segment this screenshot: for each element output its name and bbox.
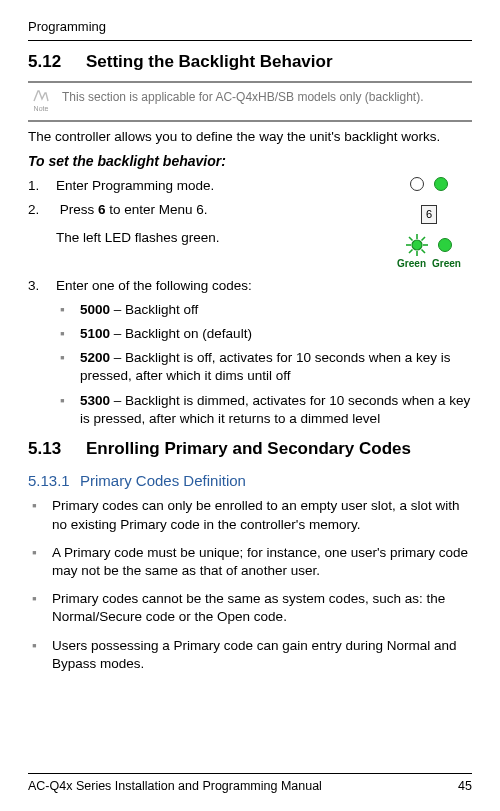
- section-513-text: Enrolling Primary and Secondary Codes: [86, 439, 411, 458]
- intro-paragraph: The controller allows you to define the …: [28, 128, 472, 146]
- list-item: ▪ Primary codes cannot be the same as sy…: [32, 590, 472, 626]
- bullet-text: Primary codes can only be enrolled to an…: [52, 497, 472, 533]
- svg-line-4: [409, 237, 413, 241]
- note-block: Note This section is applicable for AC-Q…: [28, 87, 472, 115]
- bullet-text: A Primary code must be unique; for insta…: [52, 544, 472, 580]
- code-desc: – Backlight on (default): [110, 326, 252, 341]
- list-item: ▪ 5300 – Backlight is dimmed, activates …: [60, 392, 472, 428]
- note-icon-label: Note: [28, 104, 54, 113]
- note-rule-bottom: [28, 120, 472, 122]
- footer-page-number: 45: [458, 778, 472, 795]
- bullet-icon: ▪: [32, 637, 42, 673]
- step-2-led-note: The left LED flashes green.: [56, 229, 376, 247]
- code-desc: – Backlight off: [110, 302, 198, 317]
- section-512-text: Setting the Backlight Behavior: [86, 52, 333, 71]
- header-divider: [28, 40, 472, 41]
- svg-line-5: [422, 250, 426, 254]
- code-desc: – Backlight is dimmed, activates for 10 …: [80, 393, 470, 426]
- led-flashing-green-icon: [406, 234, 428, 256]
- page-header-label: Programming: [28, 18, 472, 36]
- code-value: 5200: [80, 350, 110, 365]
- bullet-text: Primary codes cannot be the same as syst…: [52, 590, 472, 626]
- list-item: ▪ 5100 – Backlight on (default): [60, 325, 472, 343]
- led-green-steady-icon: [438, 238, 452, 252]
- section-5131-num: 5.13.1: [28, 471, 80, 491]
- section-513-num: 5.13: [28, 438, 86, 461]
- bullet-icon: ▪: [60, 325, 70, 343]
- code-value: 5100: [80, 326, 110, 341]
- list-item: ▪ Users possessing a Primary code can ga…: [32, 637, 472, 673]
- step-3-num: 3.: [28, 277, 46, 295]
- step-3-text: Enter one of the following codes:: [56, 277, 472, 295]
- led-left-label: Green: [397, 257, 426, 271]
- step-2-num: 2.: [28, 201, 46, 219]
- step-1-text: Enter Programming mode.: [56, 177, 376, 195]
- keypad-key-icon: 6: [421, 205, 437, 224]
- bullet-text: Users possessing a Primary code can gain…: [52, 637, 472, 673]
- code-value: 5000: [80, 302, 110, 317]
- bullet-icon: ▪: [32, 544, 42, 580]
- page-footer: AC-Q4x Series Installation and Programmi…: [28, 773, 472, 795]
- bullet-icon: ▪: [60, 349, 70, 385]
- section-5131-text: Primary Codes Definition: [80, 472, 246, 489]
- step-2-pre: Press: [60, 202, 98, 217]
- step-1-row: 1. Enter Programming mode.: [28, 177, 472, 195]
- section-5131-title: 5.13.1Primary Codes Definition: [28, 471, 472, 491]
- list-item: ▪ 5200 – Backlight is off, activates for…: [60, 349, 472, 385]
- step-2-key: 6: [98, 202, 106, 217]
- codes-list: ▪ 5000 – Backlight off ▪ 5100 – Backligh…: [60, 301, 472, 428]
- note-rule-top: [28, 81, 472, 83]
- section-512-title: 5.12Setting the Backlight Behavior: [28, 51, 472, 74]
- list-item: ▪ Primary codes can only be enrolled to …: [32, 497, 472, 533]
- footer-left: AC-Q4x Series Installation and Programmi…: [28, 778, 322, 795]
- step-1-leds: [386, 177, 472, 191]
- led-off-icon: [410, 177, 424, 191]
- step-2-text: Press 6 to enter Menu 6. The left LED fl…: [56, 201, 376, 247]
- step-1-num: 1.: [28, 177, 46, 195]
- svg-point-8: [412, 240, 422, 250]
- procedure-title: To set the backlight behavior:: [28, 152, 472, 171]
- code-value: 5300: [80, 393, 110, 408]
- led-right-label: Green: [432, 257, 461, 271]
- svg-line-7: [409, 250, 413, 254]
- list-item: ▪ 5000 – Backlight off: [60, 301, 472, 319]
- note-text: This section is applicable for AC-Q4xHB/…: [62, 89, 423, 105]
- bullet-icon: ▪: [32, 497, 42, 533]
- primary-bullets-list: ▪ Primary codes can only be enrolled to …: [32, 497, 472, 673]
- svg-line-6: [422, 237, 426, 241]
- step-2-graphics: 6 Green: [386, 201, 472, 270]
- step-2-post: to enter Menu 6.: [106, 202, 208, 217]
- footer-divider: [28, 773, 472, 774]
- section-513-title: 5.13Enrolling Primary and Secondary Code…: [28, 438, 472, 461]
- step-2-row: 2. Press 6 to enter Menu 6. The left LED…: [28, 201, 472, 270]
- step-3-row: 3. Enter one of the following codes:: [28, 277, 472, 295]
- bullet-icon: ▪: [60, 392, 70, 428]
- led-green-icon: [434, 177, 448, 191]
- note-icon: Note: [28, 89, 54, 113]
- section-512-num: 5.12: [28, 51, 86, 74]
- bullet-icon: ▪: [60, 301, 70, 319]
- code-desc: – Backlight is off, activates for 10 sec…: [80, 350, 450, 383]
- bullet-icon: ▪: [32, 590, 42, 626]
- list-item: ▪ A Primary code must be unique; for ins…: [32, 544, 472, 580]
